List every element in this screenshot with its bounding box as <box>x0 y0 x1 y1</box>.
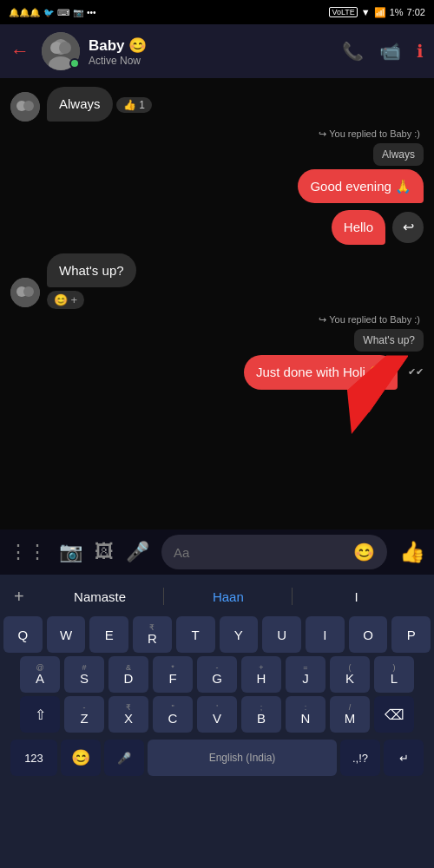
key-q[interactable]: Q <box>3 616 43 653</box>
key-m[interactable]: /M <box>330 696 370 733</box>
status-bar: 🔔🔔🔔 🐦 ⌨ 📷 ••• VoLTE ▼ 📶 1% 7:02 <box>0 0 434 24</box>
key-r[interactable]: ₹R <box>133 616 172 653</box>
key-t[interactable]: T <box>176 616 215 653</box>
key-y[interactable]: Y <box>220 616 259 653</box>
mic-icon[interactable]: 🎤 <box>126 541 149 563</box>
arrow-annotation <box>339 347 408 425</box>
bubble-wrap: What's up? 😊 + <box>47 253 136 308</box>
key-u[interactable]: U <box>262 616 301 653</box>
message-row: What's up? 😊 + <box>10 253 424 308</box>
key-w[interactable]: W <box>47 616 86 653</box>
sent-group: ↪ You replied to Baby :) Always Good eve… <box>298 128 424 204</box>
avatar <box>10 92 40 122</box>
key-s[interactable]: #S <box>64 656 104 693</box>
dot-question-key[interactable]: .,!? <box>340 740 380 776</box>
info-button[interactable]: ℹ <box>417 41 424 62</box>
num-key[interactable]: 123 <box>10 740 57 776</box>
key-g[interactable]: -G <box>197 656 237 693</box>
space-key[interactable]: English (India) <box>148 740 337 776</box>
battery-text: 1% <box>390 7 404 17</box>
keyboard-row-1: Q W E ₹R T Y U I O P <box>3 616 431 653</box>
key-b[interactable]: ;B <box>241 696 281 733</box>
svg-point-7 <box>23 101 34 111</box>
emoji-key[interactable]: 😊 <box>61 740 101 776</box>
message-bubble: What's up? <box>47 253 136 288</box>
keyboard-icon: ⌨ <box>57 8 69 17</box>
notification-icons: 🔔🔔🔔 <box>9 8 40 17</box>
message-bubble: Good evening 🙏 <box>298 169 424 204</box>
image-icon[interactable]: 🖼 <box>95 541 114 563</box>
key-o[interactable]: O <box>349 616 388 653</box>
contact-status: Active Now <box>89 55 333 67</box>
call-button[interactable]: 📞 <box>342 41 364 62</box>
key-k[interactable]: (K <box>330 656 370 693</box>
reply-indicator: ↪ You replied to Baby :) <box>319 314 424 326</box>
key-a[interactable]: @A <box>20 656 60 693</box>
emoji-react-button[interactable]: 😊 + <box>47 291 84 309</box>
sent-group: Hello <box>332 210 385 245</box>
reaction-badge: 👍 1 <box>116 97 152 113</box>
reply-indicator: ↪ You replied to Baby :) <box>319 128 424 140</box>
signal-icon: 📶 <box>374 7 386 18</box>
camera-icon[interactable]: 📷 <box>59 541 82 563</box>
suggestion-i[interactable]: I <box>293 584 420 609</box>
svg-point-4 <box>59 42 71 54</box>
contact-name: Baby 😊 <box>89 36 333 55</box>
wifi-icon: ▼ <box>361 7 371 17</box>
message-input-wrap: 😊 <box>161 535 387 569</box>
key-l[interactable]: )L <box>374 656 414 693</box>
keyboard-row-2: @A #S &D *F -G +H =J (K )L <box>3 656 431 693</box>
react-button[interactable]: ↩ <box>392 212 424 243</box>
avatar <box>10 278 40 307</box>
message-row: ↪ You replied to Baby :) Always Good eve… <box>10 128 424 204</box>
keyboard-row-3: ⇧ -Z ₹X "C 'V ;B :N /M ⌫ <box>3 696 431 733</box>
mic-key[interactable]: 🎤 <box>104 740 144 776</box>
back-button[interactable]: ← <box>10 40 30 62</box>
bubble-wrap: Always 👍 1 <box>47 87 152 122</box>
suggestion-haan[interactable]: Haan <box>164 584 292 609</box>
key-j[interactable]: =J <box>286 656 326 693</box>
word-suggestion-bar: + Namaste Haan I <box>3 580 431 613</box>
emoji-picker-button[interactable]: 😊 <box>353 542 375 562</box>
message-row: Hello ↩ <box>10 210 424 245</box>
more-icon: ••• <box>87 8 96 17</box>
key-d[interactable]: &D <box>108 656 148 693</box>
message-input[interactable] <box>174 545 346 560</box>
keyboard: + Namaste Haan I Q W E ₹R T Y U I O P @A… <box>0 575 434 868</box>
like-button[interactable]: 👍 <box>399 540 425 564</box>
chat-area: Always 👍 1 ↪ You replied to Baby :) Alwa… <box>0 78 434 529</box>
contact-info[interactable]: Baby 😊 Active Now <box>89 36 333 67</box>
header-actions: 📞 📹 ℹ <box>342 41 424 62</box>
shift-key[interactable]: ⇧ <box>20 696 60 733</box>
key-c[interactable]: "C <box>153 696 193 733</box>
svg-point-12 <box>23 286 34 297</box>
status-left-icons: 🔔🔔🔔 🐦 ⌨ 📷 ••• <box>9 8 96 17</box>
volte-icon: VoLTE <box>329 7 357 17</box>
status-right-icons: VoLTE ▼ 📶 1% 7:02 <box>329 7 425 18</box>
key-n[interactable]: :N <box>286 696 326 733</box>
message-bubble: Always <box>47 87 113 122</box>
add-suggestion-icon[interactable]: + <box>14 587 24 607</box>
reply-preview: Always <box>373 143 424 166</box>
clock: 7:02 <box>407 7 425 17</box>
photo-icon: 📷 <box>73 8 83 17</box>
key-p[interactable]: P <box>391 616 431 653</box>
key-z[interactable]: -Z <box>64 696 104 733</box>
keyboard-bottom-row: 123 😊 🎤 English (India) .,!? ↵ <box>3 736 431 779</box>
chat-header: ← Baby 😊 Active Now 📞 📹 ℹ <box>0 24 434 78</box>
enter-key[interactable]: ↵ <box>384 740 424 776</box>
suggestion-namaste[interactable]: Namaste <box>36 584 164 609</box>
grid-icon[interactable]: ⋮⋮ <box>9 541 47 563</box>
delete-key[interactable]: ⌫ <box>374 696 414 733</box>
video-call-button[interactable]: 📹 <box>379 41 401 62</box>
key-x[interactable]: ₹X <box>108 696 148 733</box>
key-e[interactable]: E <box>89 616 128 653</box>
key-i[interactable]: I <box>306 616 345 653</box>
message-bubble: Hello <box>332 210 385 245</box>
contact-avatar-wrap[interactable] <box>42 32 80 70</box>
key-h[interactable]: +H <box>241 656 281 693</box>
key-v[interactable]: 'V <box>197 696 237 733</box>
message-toolbar: ⋮⋮ 📷 🖼 🎤 😊 👍 <box>0 529 434 575</box>
message-tick: ✔✔ <box>408 366 424 378</box>
key-f[interactable]: *F <box>153 656 193 693</box>
